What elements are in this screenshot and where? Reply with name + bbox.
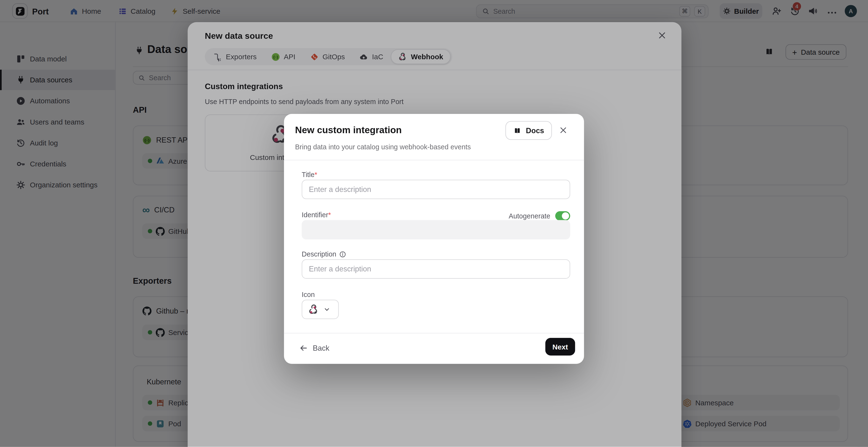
title-input[interactable]	[302, 180, 570, 199]
description-input[interactable]	[302, 260, 570, 279]
info-icon	[339, 251, 346, 258]
identifier-input[interactable]	[302, 220, 570, 239]
new-custom-integration-dialog: New custom integration Docs Bring data i…	[284, 114, 584, 364]
toggle-knob	[562, 212, 569, 220]
close-icon[interactable]	[559, 126, 567, 134]
icon-field-label: Icon	[302, 291, 315, 299]
docs-label: Docs	[526, 127, 544, 135]
next-button[interactable]: Next	[545, 338, 575, 355]
autogenerate-label: Autogenerate	[509, 212, 550, 220]
docs-button[interactable]: Docs	[505, 121, 552, 140]
arrow-left-icon	[300, 344, 308, 352]
title-field-label: Title*	[302, 171, 317, 178]
autogenerate-row: Autogenerate	[302, 211, 570, 220]
back-label: Back	[313, 344, 329, 352]
icon-dropdown[interactable]	[302, 300, 339, 319]
dialog-title: New custom integration	[295, 125, 402, 136]
chevron-down-icon	[324, 306, 330, 312]
webhook-icon	[308, 304, 319, 315]
required-asterisk: *	[314, 171, 317, 178]
dialog-divider	[284, 160, 584, 161]
book-icon	[513, 127, 521, 135]
description-field-label: Description	[302, 250, 346, 258]
dialog-subtitle: Bring data into your catalog using webho…	[295, 143, 471, 151]
footer-divider	[284, 333, 584, 333]
autogenerate-toggle[interactable]	[555, 211, 570, 220]
back-button[interactable]: Back	[300, 342, 329, 354]
app-root: Port Home Catalog Self-service ⌘ K Build…	[0, 0, 868, 447]
